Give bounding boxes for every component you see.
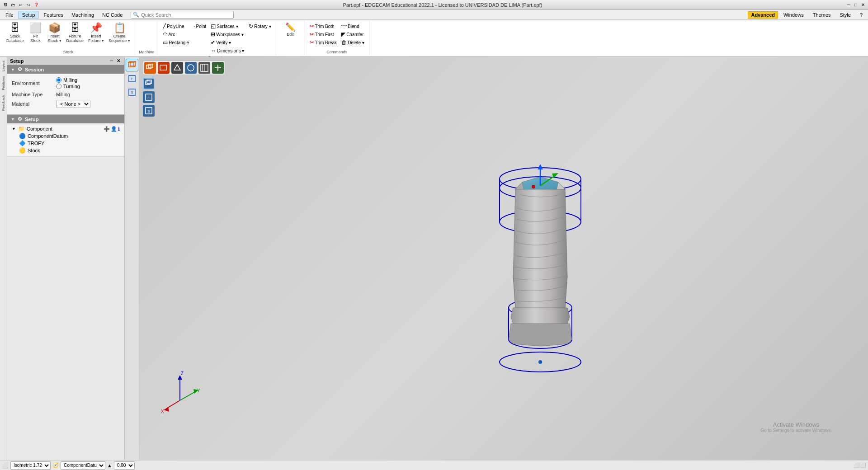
- session-section-header[interactable]: ▼ ⚙ Session: [7, 65, 124, 74]
- insert-stock-button[interactable]: 📦 InsertStock ▾: [46, 22, 64, 44]
- vp-side-btn-1[interactable]: [143, 78, 155, 89]
- stock-item[interactable]: 🟡 Stock: [17, 147, 122, 154]
- view-resize-icon[interactable]: ⬜: [2, 462, 9, 469]
- menu-themes[interactable]: Themes: [809, 11, 835, 19]
- view-front-button[interactable]: F: [126, 72, 138, 85]
- turning-radio[interactable]: Turning: [56, 84, 80, 89]
- quick-search-input[interactable]: [141, 12, 231, 18]
- rotary-button[interactable]: ↻ Rotary ▾: [247, 22, 273, 30]
- blend-button[interactable]: 〰 Blend: [340, 22, 366, 30]
- vp-side-btn-2[interactable]: F: [143, 91, 155, 103]
- component-icon: 📁: [18, 126, 25, 132]
- session-arrow: ▼: [11, 67, 15, 72]
- quick-search-box[interactable]: 🔍: [131, 11, 234, 19]
- vp-btn-5[interactable]: [198, 62, 210, 74]
- material-select[interactable]: < None >: [56, 100, 90, 108]
- insert-fixture-button[interactable]: 📌 InsertFixture ▾: [86, 22, 106, 44]
- close-button[interactable]: ✕: [860, 2, 866, 8]
- viewport[interactable]: F S: [139, 57, 868, 460]
- verify-button[interactable]: ✔ Verify ▾: [209, 38, 246, 47]
- undo-icon[interactable]: ↩: [17, 1, 24, 9]
- edit-button[interactable]: ✏️ Edit: [281, 22, 299, 38]
- fit-stock-button[interactable]: ⬜ FitStock: [27, 22, 45, 44]
- window-controls[interactable]: ─ □ ✕: [845, 2, 866, 8]
- trim-break-button[interactable]: ✂ Trim Break: [308, 38, 339, 47]
- polyline-button[interactable]: ╱ PolyLine: [161, 22, 191, 30]
- component-expand[interactable]: ▼: [12, 127, 16, 131]
- svg-point-13: [188, 65, 194, 71]
- vp-btn-4[interactable]: [185, 62, 197, 74]
- turning-radio-input[interactable]: [56, 84, 61, 89]
- help-icon[interactable]: ❓: [33, 1, 40, 9]
- menu-features[interactable]: Features: [40, 11, 66, 19]
- chamfer-button[interactable]: ◤ Chamfer: [340, 30, 366, 38]
- setup-content: ▼ 📁 Component ➕ 👤 ℹ 🔵 ComponentDatum: [7, 123, 124, 156]
- minimize-button[interactable]: ─: [845, 2, 852, 8]
- trim-col: ✂ Trim Both ✂ Trim First ✂ Trim Break: [308, 22, 339, 47]
- svg-line-50: [180, 391, 196, 400]
- surfaces-icon: ◱: [211, 23, 216, 29]
- dimensions-button[interactable]: ↔ Dimensions ▾: [209, 47, 246, 55]
- menu-style[interactable]: Style: [836, 11, 854, 19]
- verify-icon: ✔: [211, 39, 215, 46]
- vp-btn-3[interactable]: [171, 62, 183, 74]
- setup-section-header[interactable]: ▼ ⚙ Setup: [7, 115, 124, 123]
- maximize-button[interactable]: □: [853, 2, 859, 8]
- create-sequence-button[interactable]: 📋 CreateSequence ▾: [107, 22, 132, 44]
- view-select[interactable]: Isometric 1.72: [10, 461, 51, 470]
- menu-nccode[interactable]: NC Code: [99, 11, 126, 19]
- add-component-button[interactable]: ➕: [104, 126, 110, 132]
- point-icon: ·: [193, 23, 195, 29]
- coordinate-select[interactable]: ComponentDatu: [61, 461, 105, 470]
- svg-marker-39: [513, 189, 567, 315]
- feedback-tab[interactable]: Feedback: [0, 93, 6, 113]
- surfaces-button[interactable]: ◱ Surfaces ▾: [209, 22, 246, 30]
- layers-tab[interactable]: Layers: [0, 59, 6, 73]
- vp-btn-1[interactable]: [144, 62, 156, 74]
- menu-file[interactable]: File: [2, 11, 17, 19]
- menu-setup[interactable]: Setup: [18, 11, 39, 19]
- milling-radio[interactable]: Milling: [56, 77, 80, 83]
- trim-first-button[interactable]: ✂ Trim First: [308, 30, 339, 38]
- menu-windows[interactable]: Windows: [780, 11, 807, 19]
- component-children: 🔵 ComponentDatum 🔷 TROFY 🟡 Stock: [10, 132, 122, 154]
- 3d-model: [450, 141, 631, 376]
- trim-both-button[interactable]: ✂ Trim Both: [308, 22, 339, 30]
- point-button[interactable]: · Point: [192, 22, 208, 30]
- edit-component-button[interactable]: 👤: [111, 126, 117, 132]
- vp-side-btn-3[interactable]: S: [143, 105, 155, 117]
- advanced-button[interactable]: Advanced: [748, 11, 778, 19]
- stock-group-label: Stock: [63, 49, 74, 54]
- delete-button[interactable]: 🗑 Delete ▾: [340, 38, 366, 47]
- fixture-database-button[interactable]: 🗄 FixtureDatabase: [65, 22, 86, 44]
- trofy-item[interactable]: 🔷 TROFY: [17, 140, 122, 147]
- arc-button[interactable]: ◠ Arc: [161, 30, 191, 38]
- info-component-button[interactable]: ℹ: [118, 126, 120, 132]
- rectangle-button[interactable]: ▭ Rectangle: [161, 38, 191, 47]
- component-tree-item[interactable]: ▼ 📁 Component ➕ 👤 ℹ: [10, 125, 122, 132]
- workplanes-button[interactable]: ⊞ Workplanes ▾: [209, 30, 246, 38]
- title-bar: 🖫 🗁 ↩ ↪ ❓ Part.epf - EDGECAM Educational…: [0, 0, 868, 10]
- sidebar-close-button[interactable]: ✕: [115, 58, 122, 64]
- features-tab[interactable]: Features: [0, 74, 6, 92]
- z-value-select[interactable]: 0.00: [114, 461, 135, 470]
- view-3d-icon: [127, 61, 137, 70]
- redo-icon[interactable]: ↪: [25, 1, 32, 9]
- view-side-button[interactable]: S: [126, 86, 138, 99]
- milling-radio-input[interactable]: [56, 77, 61, 83]
- vp-btn-2[interactable]: [158, 62, 170, 74]
- save-icon[interactable]: 🖫: [2, 1, 9, 9]
- open-icon[interactable]: 🗁: [9, 1, 17, 9]
- polyline-icon: ╱: [163, 23, 166, 29]
- menu-help[interactable]: ?: [856, 11, 866, 19]
- fixture-database-icon: 🗄: [70, 23, 80, 33]
- stock-database-button[interactable]: 🗄 StockDatabase: [5, 22, 26, 44]
- svg-marker-12: [174, 65, 180, 70]
- sidebar-minimize-button[interactable]: ─: [108, 58, 114, 64]
- component-datum-item[interactable]: 🔵 ComponentDatum: [17, 132, 122, 140]
- view-3d-button[interactable]: [126, 59, 138, 71]
- menu-machining[interactable]: Machining: [68, 11, 98, 19]
- quick-access-toolbar[interactable]: 🖫 🗁 ↩ ↪ ❓: [2, 1, 40, 9]
- vp-btn-6[interactable]: [212, 62, 224, 74]
- setup-arrow: ▼: [11, 117, 15, 122]
